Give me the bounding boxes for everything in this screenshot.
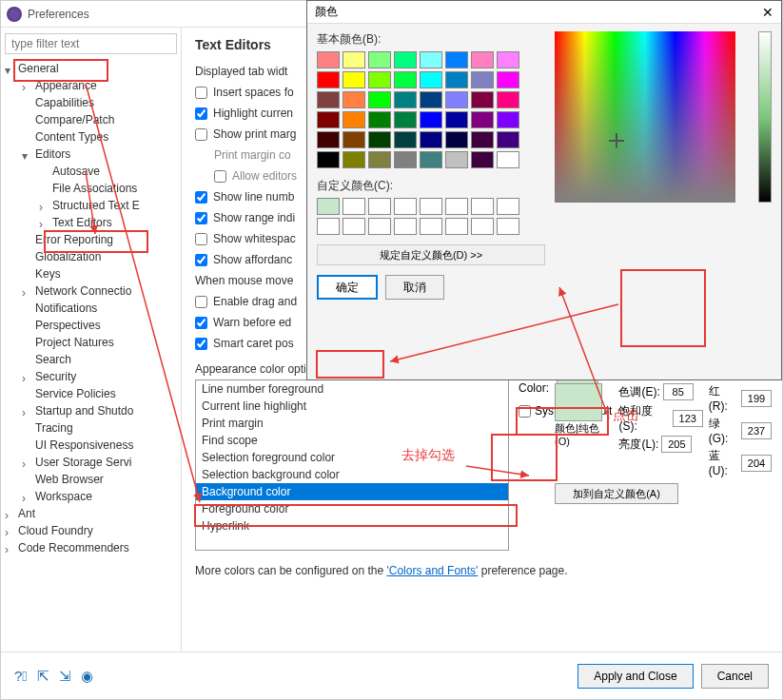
basic-color-swatch[interactable] bbox=[343, 51, 365, 68]
tree-user-storage[interactable]: ›User Storage Servi bbox=[5, 454, 177, 471]
basic-color-swatch[interactable] bbox=[471, 111, 494, 128]
custom-color-swatch[interactable] bbox=[368, 218, 391, 235]
tree-code-recommenders[interactable]: ›Code Recommenders bbox=[5, 539, 177, 556]
checkbox[interactable] bbox=[195, 317, 207, 329]
basic-color-swatch[interactable] bbox=[343, 71, 365, 88]
tree-network[interactable]: ›Network Connectio bbox=[5, 282, 177, 300]
tree-globalization[interactable]: Globalization bbox=[5, 248, 177, 265]
basic-color-swatch[interactable] bbox=[317, 111, 340, 128]
basic-color-swatch[interactable] bbox=[394, 51, 417, 68]
basic-color-swatch[interactable] bbox=[420, 51, 442, 68]
checkbox[interactable] bbox=[195, 87, 207, 99]
tree-text-editors[interactable]: ›Text Editors bbox=[5, 214, 177, 231]
basic-color-swatch[interactable] bbox=[445, 131, 468, 148]
custom-color-swatch[interactable] bbox=[343, 198, 365, 215]
basic-color-swatch[interactable] bbox=[445, 51, 468, 68]
tree-error-reporting[interactable]: Error Reporting bbox=[5, 231, 177, 248]
tree-notifications[interactable]: Notifications bbox=[5, 300, 177, 317]
custom-color-swatch[interactable] bbox=[445, 218, 468, 235]
custom-color-swatch[interactable] bbox=[420, 218, 442, 235]
tree-service-policies[interactable]: Service Policies bbox=[5, 385, 177, 402]
filter-input[interactable] bbox=[5, 33, 177, 54]
custom-color-swatch[interactable] bbox=[497, 198, 519, 215]
tree-startup-shutdown[interactable]: ›Startup and Shutdo bbox=[5, 402, 177, 419]
basic-color-swatch[interactable] bbox=[368, 131, 391, 148]
basic-color-swatch[interactable] bbox=[343, 91, 365, 108]
checkbox[interactable] bbox=[195, 107, 207, 120]
tree-web-browser[interactable]: Web Browser bbox=[5, 471, 177, 488]
custom-color-swatch[interactable] bbox=[394, 218, 417, 235]
sat-input[interactable] bbox=[673, 410, 703, 427]
basic-color-swatch[interactable] bbox=[497, 51, 519, 68]
tree-security[interactable]: ›Security bbox=[5, 368, 177, 385]
export-icon[interactable]: ⇲ bbox=[59, 668, 71, 685]
basic-color-swatch[interactable] bbox=[368, 71, 391, 88]
r-input[interactable] bbox=[741, 390, 772, 407]
basic-color-swatch[interactable] bbox=[497, 111, 519, 128]
tree-editors[interactable]: ▾Editors bbox=[5, 146, 177, 163]
basic-color-swatch[interactable] bbox=[420, 91, 442, 108]
tree-ui-responsiveness[interactable]: UI Responsiveness bbox=[5, 437, 177, 454]
g-input[interactable] bbox=[741, 422, 772, 439]
lum-input[interactable] bbox=[661, 436, 692, 453]
checkbox[interactable] bbox=[195, 212, 207, 224]
basic-color-swatch[interactable] bbox=[471, 151, 494, 168]
basic-color-swatch[interactable] bbox=[420, 111, 442, 128]
basic-color-swatch[interactable] bbox=[343, 111, 365, 128]
tree-search[interactable]: Search bbox=[5, 351, 177, 368]
basic-color-swatch[interactable] bbox=[343, 131, 365, 148]
tree-general[interactable]: ▾General bbox=[5, 60, 177, 77]
custom-color-swatch[interactable] bbox=[343, 218, 365, 235]
basic-color-swatch[interactable] bbox=[368, 91, 391, 108]
basic-color-swatch[interactable] bbox=[497, 91, 519, 108]
basic-color-swatch[interactable] bbox=[317, 91, 340, 108]
colors-fonts-link[interactable]: 'Colors and Fonts' bbox=[386, 564, 478, 577]
custom-color-swatch[interactable] bbox=[317, 218, 340, 235]
basic-color-swatch[interactable] bbox=[317, 51, 340, 68]
tree-workspace[interactable]: ›Workspace bbox=[5, 488, 177, 505]
basic-color-swatch[interactable] bbox=[497, 131, 519, 148]
custom-color-swatch[interactable] bbox=[394, 198, 417, 215]
tree-tracing[interactable]: Tracing bbox=[5, 419, 177, 437]
gradient-marker[interactable] bbox=[612, 136, 621, 146]
add-custom-color-button[interactable]: 加到自定义颜色(A) bbox=[555, 483, 678, 504]
basic-color-swatch[interactable] bbox=[368, 111, 391, 128]
dialog-cancel-button[interactable]: 取消 bbox=[385, 275, 444, 300]
checkbox[interactable] bbox=[195, 233, 207, 245]
basic-color-swatch[interactable] bbox=[445, 91, 468, 108]
define-custom-button[interactable]: 规定自定义颜色(D) >> bbox=[317, 244, 545, 265]
custom-color-swatch[interactable] bbox=[420, 198, 442, 215]
basic-color-swatch[interactable] bbox=[394, 151, 417, 168]
record-icon[interactable]: ◉ bbox=[81, 668, 93, 685]
tree-compare-patch[interactable]: Compare/Patch bbox=[5, 111, 177, 128]
cancel-button[interactable]: Cancel bbox=[701, 664, 769, 689]
custom-color-swatch[interactable] bbox=[497, 218, 519, 235]
tree-appearance[interactable]: ›Appearance bbox=[5, 77, 177, 94]
checkbox[interactable] bbox=[214, 170, 226, 183]
basic-color-swatch[interactable] bbox=[317, 71, 340, 88]
custom-colors-grid[interactable] bbox=[317, 198, 545, 235]
checkbox[interactable] bbox=[195, 296, 207, 308]
basic-color-swatch[interactable] bbox=[343, 151, 365, 168]
basic-color-swatch[interactable] bbox=[420, 151, 442, 168]
tree-autosave[interactable]: Autosave bbox=[5, 163, 177, 180]
custom-color-swatch[interactable] bbox=[471, 218, 494, 235]
custom-color-swatch[interactable] bbox=[445, 198, 468, 215]
basic-color-swatch[interactable] bbox=[497, 71, 519, 88]
basic-color-swatch[interactable] bbox=[394, 131, 417, 148]
basic-color-swatch[interactable] bbox=[368, 151, 391, 168]
apply-close-button[interactable]: Apply and Close bbox=[577, 664, 693, 689]
checkbox[interactable] bbox=[195, 128, 207, 141]
basic-color-swatch[interactable] bbox=[471, 131, 494, 148]
basic-color-swatch[interactable] bbox=[471, 91, 494, 108]
checkbox[interactable] bbox=[195, 254, 207, 266]
basic-color-swatch[interactable] bbox=[317, 151, 340, 168]
help-icon[interactable]: ?⃝ bbox=[14, 668, 28, 685]
tree-ant[interactable]: ›Ant bbox=[5, 505, 177, 522]
basic-color-swatch[interactable] bbox=[394, 71, 417, 88]
close-icon[interactable]: ✕ bbox=[762, 5, 773, 20]
checkbox[interactable] bbox=[195, 338, 207, 350]
basic-color-swatch[interactable] bbox=[471, 51, 494, 68]
basic-color-swatch[interactable] bbox=[497, 151, 519, 168]
custom-color-swatch[interactable] bbox=[368, 198, 391, 215]
